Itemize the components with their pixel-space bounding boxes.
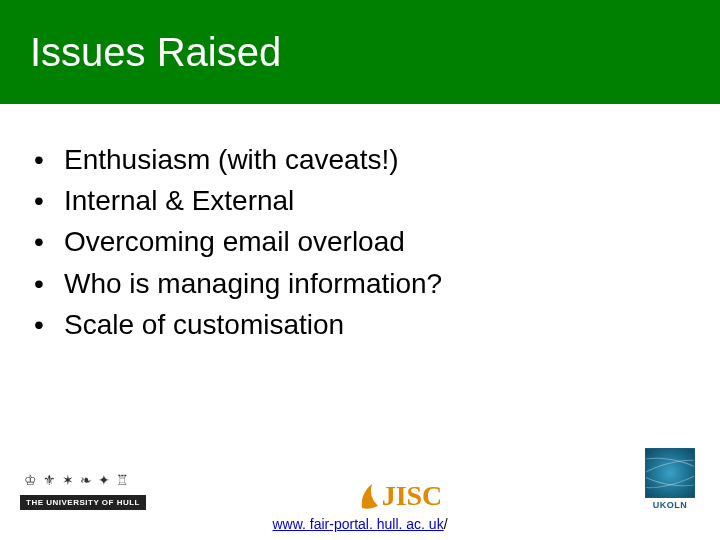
bullet-list: Enthusiasm (with caveats!) Internal & Ex… — [30, 140, 690, 344]
bullet-item: Internal & External — [30, 181, 690, 220]
bullet-item: Enthusiasm (with caveats!) — [30, 140, 690, 179]
logo-ukoln: UKOLN — [640, 448, 700, 510]
crest-icon: ❧ — [80, 473, 92, 487]
logo-university-of-hull: ♔ ⚜ ✶ ❧ ✦ ♖ THE UNIVERSITY OF HULL — [20, 473, 160, 510]
title-bar: Issues Raised — [0, 0, 720, 104]
footer-link-suffix: / — [444, 516, 448, 532]
logo-jisc: JISC — [358, 480, 443, 510]
crest-icon: ♔ — [24, 473, 37, 487]
crest-icon: ✶ — [62, 473, 74, 487]
bullet-item: Overcoming email overload — [30, 222, 690, 261]
ukoln-globe-icon — [645, 448, 695, 498]
jisc-mark: JISC — [358, 480, 443, 510]
crest-icon: ⚜ — [43, 473, 56, 487]
hull-label: THE UNIVERSITY OF HULL — [20, 495, 146, 510]
footer-link-container: www. fair-portal. hull. ac. uk/ — [20, 516, 700, 532]
crest-icon: ♖ — [116, 473, 129, 487]
ukoln-label: UKOLN — [640, 500, 700, 510]
jisc-text: JISC — [382, 482, 443, 510]
bullet-item: Who is managing information? — [30, 264, 690, 303]
logo-row: ♔ ⚜ ✶ ❧ ✦ ♖ THE UNIVERSITY OF HULL J — [20, 448, 700, 510]
slide-title: Issues Raised — [30, 30, 281, 75]
hull-crest-icons: ♔ ⚜ ✶ ❧ ✦ ♖ — [20, 473, 160, 487]
footer-link[interactable]: www. fair-portal. hull. ac. uk — [272, 516, 443, 532]
slide-content: Enthusiasm (with caveats!) Internal & Ex… — [0, 104, 720, 344]
crest-icon: ✦ — [98, 473, 110, 487]
bullet-item: Scale of customisation — [30, 305, 690, 344]
footer: ♔ ⚜ ✶ ❧ ✦ ♖ THE UNIVERSITY OF HULL J — [0, 448, 720, 540]
slide: Issues Raised Enthusiasm (with caveats!)… — [0, 0, 720, 540]
jisc-swoosh-icon — [358, 480, 380, 510]
